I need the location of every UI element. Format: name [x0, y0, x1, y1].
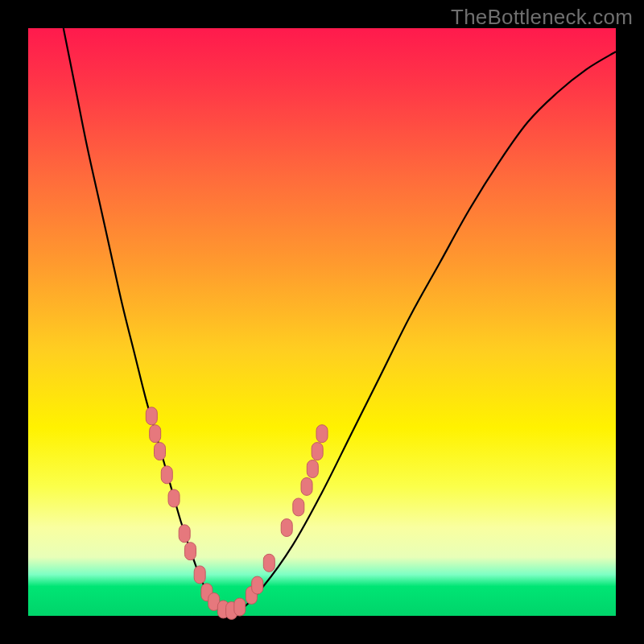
chart-plot-area [28, 28, 616, 616]
data-marker [150, 425, 161, 443]
watermark-text: TheBottleneck.com [451, 5, 633, 30]
chart-markers [146, 407, 328, 620]
data-marker [184, 543, 196, 560]
data-marker [312, 443, 323, 460]
data-marker [168, 489, 180, 507]
data-marker [194, 566, 205, 584]
data-marker [307, 460, 318, 478]
data-marker [252, 576, 263, 594]
data-marker [281, 519, 292, 537]
data-marker [234, 598, 246, 616]
chart-frame: TheBottleneck.com [0, 0, 644, 644]
chart-svg [28, 28, 616, 616]
data-marker [293, 498, 304, 516]
chart-curve [64, 28, 616, 613]
data-marker [263, 554, 275, 572]
data-marker [301, 477, 312, 495]
data-marker [161, 466, 172, 484]
data-marker [316, 425, 328, 443]
data-marker [155, 443, 166, 460]
data-marker [179, 525, 190, 543]
data-marker [146, 407, 157, 425]
